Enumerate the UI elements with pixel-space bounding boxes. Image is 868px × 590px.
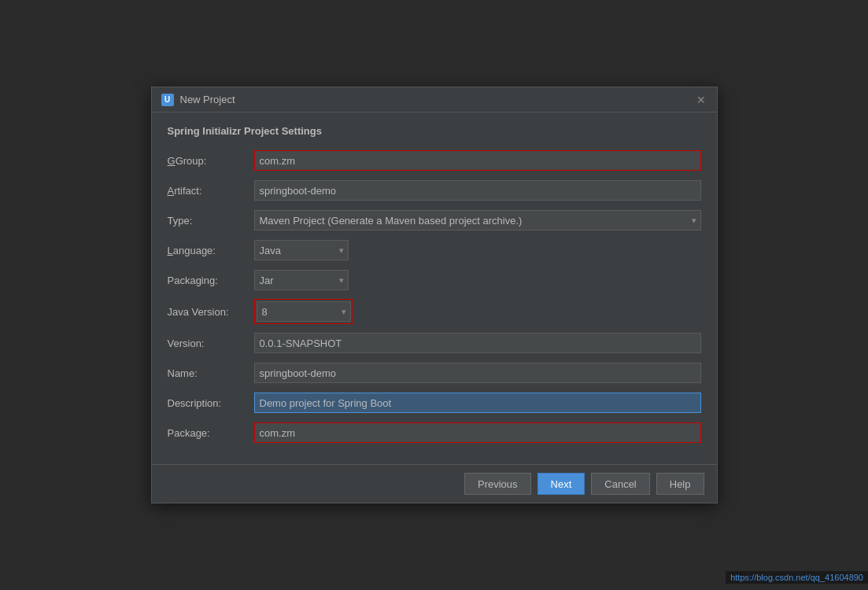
artifact-input[interactable] — [254, 180, 701, 201]
close-button[interactable]: ✕ — [695, 94, 707, 106]
type-select-wrapper: Maven Project (Generate a Maven based pr… — [254, 210, 701, 230]
previous-button[interactable]: Previous — [464, 473, 531, 495]
version-label: Version: — [168, 337, 254, 349]
artifact-label: Artifact: — [168, 185, 254, 197]
java-version-wrapper: 8 11 17 — [254, 299, 353, 324]
description-row: Description: — [168, 392, 701, 414]
type-label: Type: — [168, 215, 254, 227]
cancel-button[interactable]: Cancel — [591, 473, 649, 495]
watermark: https://blog.csdn.net/qq_41604890 — [726, 571, 868, 584]
packaging-select[interactable]: Jar War — [254, 270, 349, 290]
packaging-label: Packaging: — [168, 275, 254, 286]
version-row: Version: — [168, 332, 701, 354]
title-bar-left: U New Project — [161, 94, 235, 106]
dialog-footer: Previous Next Cancel Help — [152, 464, 717, 503]
app-icon: U — [161, 94, 174, 106]
packaging-row: Packaging: Jar War — [168, 269, 701, 291]
java-version-label: Java Version: — [168, 306, 254, 318]
name-input[interactable] — [254, 363, 701, 383]
dialog-content: Spring Initializr Project Settings GGrou… — [152, 112, 717, 464]
packaging-select-wrapper: Jar War — [254, 270, 349, 290]
artifact-row: Artifact: — [168, 179, 701, 201]
name-label: Name: — [168, 367, 254, 379]
package-row: Package: — [168, 422, 701, 444]
java-version-select-wrapper: 8 11 17 — [257, 301, 351, 322]
group-input[interactable] — [254, 150, 701, 171]
type-row: Type: Maven Project (Generate a Maven ba… — [168, 209, 701, 231]
title-bar: U New Project ✕ — [152, 87, 717, 112]
language-select-wrapper: Java Kotlin Groovy — [254, 240, 349, 260]
java-version-select[interactable]: 8 11 17 — [257, 301, 351, 322]
language-row: Language: Java Kotlin Groovy — [168, 239, 701, 261]
new-project-dialog: U New Project ✕ Spring Initializr Projec… — [151, 87, 718, 503]
java-version-row: Java Version: 8 11 17 — [168, 299, 701, 324]
section-title: Spring Initializr Project Settings — [168, 125, 701, 137]
package-input[interactable] — [254, 422, 701, 443]
window-title: New Project — [180, 94, 235, 105]
language-select[interactable]: Java Kotlin Groovy — [254, 240, 349, 260]
description-input[interactable] — [254, 393, 701, 413]
version-input[interactable] — [254, 333, 701, 353]
group-label: GGroup: — [168, 155, 254, 167]
next-button[interactable]: Next — [537, 473, 585, 495]
language-label: Language: — [168, 245, 254, 256]
help-button[interactable]: Help — [656, 473, 704, 495]
name-row: Name: — [168, 362, 701, 384]
group-row: GGroup: — [168, 149, 701, 171]
type-select[interactable]: Maven Project (Generate a Maven based pr… — [254, 210, 701, 230]
package-label: Package: — [168, 427, 254, 439]
description-label: Description: — [168, 397, 254, 409]
